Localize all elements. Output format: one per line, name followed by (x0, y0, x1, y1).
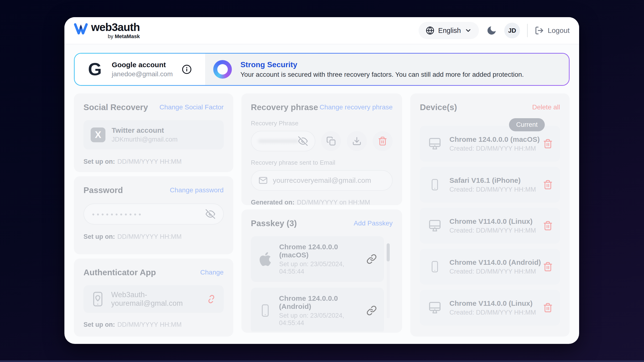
passkey-list: Chrome 124.0.0.0 (macOS) Set up on: 23/0… (251, 236, 393, 332)
account-title: Google account (112, 61, 173, 69)
desktop-icon (427, 300, 443, 315)
recovery-phrase-card: Recovery phrase Change recovery phrase R… (242, 93, 402, 205)
device-row: Chrome V114.0.0 (Linux) Created: DD/MM/Y… (420, 290, 560, 326)
passkey-scrollbar-track[interactable] (387, 243, 390, 318)
user-avatar[interactable]: JD (504, 23, 520, 38)
password-title: Password (84, 185, 123, 195)
change-recovery-phrase-link[interactable]: Change recovery phrase (320, 103, 393, 111)
delete-device-icon[interactable] (543, 303, 553, 313)
security-status-section: Strong Security Your account is secured … (205, 54, 569, 85)
page-bottom-glow (0, 360, 644, 362)
devices-card: Device(s) Delete all Current Chrome 124.… (410, 93, 570, 337)
passkey-scrollbar-thumb[interactable] (387, 243, 390, 261)
authenticator-setup-line: Set up on:DD/MM/YYYY HH:MM (84, 321, 224, 328)
account-email: janedoe@gmail.com (112, 70, 173, 78)
device-row-sub: Created: DD/MM/YYY HH:MM (449, 186, 536, 193)
security-status-title: Strong Security (240, 60, 524, 69)
add-passkey-link[interactable]: Add Passkey (354, 220, 392, 227)
desktop-icon (427, 218, 443, 233)
security-ring-icon (213, 60, 232, 79)
authenticator-phone-icon (91, 292, 105, 307)
connected-account-section: G Google account janedoe@gmail.com (75, 54, 205, 85)
copy-phrase-button[interactable] (321, 131, 341, 151)
main-panel: web3auth by MetaMask English (64, 17, 579, 344)
change-password-link[interactable]: Change password (170, 186, 224, 194)
passkey-row-sub: Set up on: 23/05/2024, 04:55:44 (279, 261, 366, 275)
twitter-account-email: JDKmurthi@gmail.com (112, 136, 178, 143)
recovery-email-label: Recovery phrase sent to Email (251, 159, 393, 166)
brand-subtitle: by MetaMask (108, 33, 140, 39)
delete-all-link[interactable]: Delete all (532, 103, 560, 111)
phone-icon (258, 303, 272, 318)
passkey-row-title: Chrome 124.0.0.0 (Android) (279, 294, 366, 311)
twitter-account-title: Twitter account (112, 126, 178, 134)
phone-icon (427, 177, 443, 192)
delete-device-icon[interactable] (543, 221, 553, 231)
logout-button[interactable]: Logout (535, 26, 570, 35)
recovery-phrase-field[interactable]: ••••••••••••••••• (251, 131, 316, 151)
device-row-sub: Created: DD/MM/YYY HH:MM (449, 227, 536, 234)
download-phrase-button[interactable] (347, 131, 367, 151)
brand-name: web3auth (91, 21, 140, 33)
change-authenticator-link[interactable]: Change (200, 269, 224, 276)
phone-icon (427, 259, 443, 274)
passkey-row-sub: Set up on: 23/05/2024, 04:55:44 (279, 312, 366, 327)
apple-icon (258, 251, 273, 267)
web3auth-logo-icon (74, 23, 88, 35)
device-row-title: Chrome V114.0.0 (Android) (449, 258, 541, 266)
header: web3auth by MetaMask English (64, 17, 579, 44)
passkey-title: Passkey (3) (251, 219, 297, 228)
recovery-generated-line: Generated on:DD/MM/YYYY on HH:MM (251, 199, 393, 205)
passkey-row: Chrome 124.0.0.0 (Android) Set up on: 23… (251, 288, 384, 332)
desktop-icon (427, 136, 443, 151)
password-setup-line: Set up on:DD/MM/YYYY HH:MM (84, 233, 224, 241)
link-icon[interactable] (366, 305, 377, 316)
eye-off-icon[interactable] (206, 209, 215, 219)
copy-icon (326, 136, 336, 146)
device-row: Chrome V114.0.0 (Android) Created: DD/MM… (420, 249, 560, 285)
eye-off-icon[interactable] (298, 136, 308, 146)
change-social-factor-link[interactable]: Change Social Factor (159, 103, 224, 111)
passkey-row-title: Chrome 124.0.0.0 (macOS) (279, 243, 366, 259)
link-icon[interactable] (366, 254, 377, 264)
device-row-title: Safari V16.1 (iPhone) (449, 176, 536, 184)
recovery-email-field[interactable]: yourrecoveryemail@gmail.com (251, 170, 393, 191)
recovery-phrase-label: Recovery Phrase (251, 120, 393, 127)
logout-icon (535, 26, 544, 35)
delete-phrase-button[interactable] (372, 131, 392, 151)
authenticator-card: Authenticator App Change Web3auth-yourem… (74, 259, 233, 337)
dark-mode-toggle[interactable] (486, 25, 497, 36)
password-card: Password Change password ••••••••••• Set… (74, 176, 233, 254)
social-recovery-title: Social Recovery (84, 102, 148, 112)
password-field[interactable]: ••••••••••• (84, 204, 224, 225)
authenticator-account: Web3auth-youremail@gmal.com (111, 291, 206, 308)
devices-title: Device(s) (420, 102, 457, 112)
social-setup-line: Set up on:DD/MM/YYYY HH:MM (84, 158, 224, 165)
header-controls: English JD Logout (418, 22, 570, 39)
current-device-badge: Current (509, 118, 545, 131)
delete-device-icon[interactable] (543, 262, 553, 272)
language-selector[interactable]: English (418, 22, 479, 39)
passkey-card: Passkey (3) Add Passkey Chrome 124.0.0.0… (242, 209, 402, 333)
broken-link-icon[interactable] (206, 294, 216, 304)
device-row: Safari V16.1 (iPhone) Created: DD/MM/YYY… (420, 167, 560, 203)
recovery-phrase-masked: ••••••••••••••••• (258, 137, 298, 145)
delete-device-icon[interactable] (543, 139, 553, 149)
recovery-email-value: yourrecoveryemail@gmail.com (273, 176, 371, 184)
globe-icon (426, 26, 434, 35)
authenticator-title: Authenticator App (84, 268, 156, 277)
device-row-title: Chrome V114.0.0 (Linux) (449, 217, 536, 225)
password-masked-value: ••••••••••• (92, 210, 143, 219)
security-banner: G Google account janedoe@gmail.com Stron… (74, 53, 570, 86)
device-row-sub: Created: DD/MM/YYY HH:MM (449, 268, 541, 275)
device-row-sub: Created: DD/MM/YYY HH:MM (449, 309, 536, 316)
language-label: English (438, 27, 461, 34)
moon-icon (486, 25, 497, 36)
download-icon (352, 136, 362, 146)
info-icon[interactable] (182, 64, 192, 74)
twitter-account-row: X Twitter account JDKmurthi@gmail.com (84, 120, 224, 149)
settings-grid: Social Recovery Change Social Factor X T… (74, 93, 570, 337)
device-row-title: Chrome 124.0.0.0 (macOS) (449, 135, 540, 143)
delete-device-icon[interactable] (543, 180, 553, 190)
header-divider (527, 24, 528, 37)
